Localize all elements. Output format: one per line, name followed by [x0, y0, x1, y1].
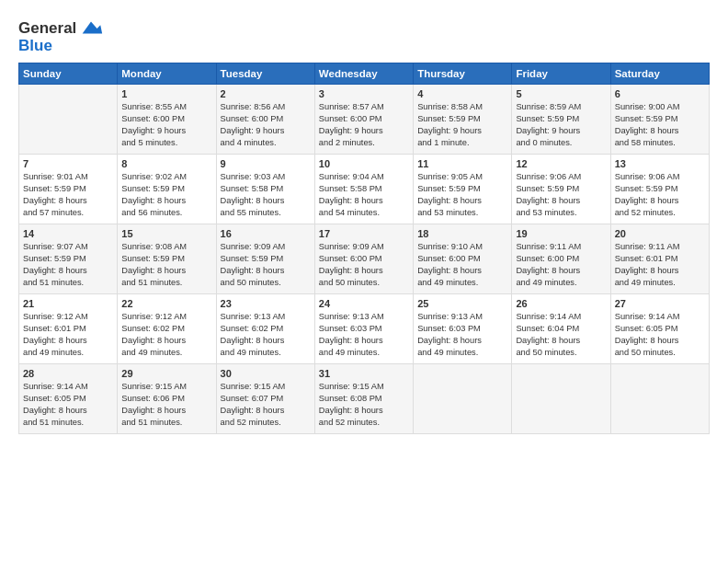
calendar-cell: 18Sunrise: 9:10 AMSunset: 6:00 PMDayligh… [414, 224, 512, 294]
header-tuesday: Tuesday [216, 63, 314, 85]
day-number: 7 [23, 158, 113, 169]
cell-info: Sunrise: 9:11 AMSunset: 6:00 PMDaylight:… [516, 241, 606, 289]
day-number: 16 [221, 228, 311, 239]
cell-info: Sunrise: 9:12 AMSunset: 6:01 PMDaylight:… [23, 311, 113, 359]
day-number: 8 [121, 158, 211, 169]
week-row-5: 28Sunrise: 9:14 AMSunset: 6:05 PMDayligh… [19, 364, 710, 434]
day-number: 19 [516, 228, 606, 239]
cell-info: Sunrise: 9:14 AMSunset: 6:04 PMDaylight:… [516, 311, 606, 359]
cell-info: Sunrise: 9:09 AMSunset: 6:00 PMDaylight:… [319, 241, 409, 289]
cell-info: Sunrise: 8:57 AMSunset: 6:00 PMDaylight:… [319, 101, 409, 149]
header: General Blue [18, 17, 710, 55]
day-number: 5 [516, 88, 606, 99]
cell-info: Sunrise: 9:04 AMSunset: 5:58 PMDaylight:… [319, 171, 409, 219]
day-number: 30 [221, 368, 311, 379]
day-number: 6 [615, 88, 705, 99]
calendar-cell [19, 85, 118, 155]
cell-info: Sunrise: 9:10 AMSunset: 6:00 PMDaylight:… [417, 241, 507, 289]
calendar-cell: 8Sunrise: 9:02 AMSunset: 5:59 PMDaylight… [118, 155, 216, 224]
cell-info: Sunrise: 9:15 AMSunset: 6:07 PMDaylight:… [221, 381, 311, 429]
calendar-cell: 1Sunrise: 8:55 AMSunset: 6:00 PMDaylight… [118, 85, 216, 155]
day-number: 27 [615, 298, 705, 309]
calendar-cell [414, 364, 512, 434]
day-number: 14 [23, 228, 113, 239]
calendar-cell: 10Sunrise: 9:04 AMSunset: 5:58 PMDayligh… [314, 155, 413, 224]
calendar-cell: 4Sunrise: 8:58 AMSunset: 5:59 PMDaylight… [414, 85, 512, 155]
calendar-cell [512, 364, 610, 434]
calendar-cell: 17Sunrise: 9:09 AMSunset: 6:00 PMDayligh… [314, 224, 413, 294]
cell-info: Sunrise: 8:58 AMSunset: 5:59 PMDaylight:… [417, 101, 507, 149]
logo: General Blue [18, 17, 104, 55]
calendar-cell: 29Sunrise: 9:15 AMSunset: 6:06 PMDayligh… [118, 364, 216, 434]
cell-info: Sunrise: 9:06 AMSunset: 5:59 PMDaylight:… [615, 171, 705, 219]
week-row-2: 7Sunrise: 9:01 AMSunset: 5:59 PMDaylight… [19, 155, 710, 224]
calendar-cell: 11Sunrise: 9:05 AMSunset: 5:59 PMDayligh… [414, 155, 512, 224]
calendar-cell: 19Sunrise: 9:11 AMSunset: 6:00 PMDayligh… [512, 224, 610, 294]
cell-info: Sunrise: 9:15 AMSunset: 6:08 PMDaylight:… [319, 381, 409, 429]
cell-info: Sunrise: 9:11 AMSunset: 6:01 PMDaylight:… [615, 241, 705, 289]
day-number: 18 [417, 228, 507, 239]
calendar-cell: 9Sunrise: 9:03 AMSunset: 5:58 PMDaylight… [216, 155, 314, 224]
calendar-cell: 20Sunrise: 9:11 AMSunset: 6:01 PMDayligh… [610, 224, 709, 294]
day-number: 4 [417, 88, 507, 99]
day-number: 20 [615, 228, 705, 239]
logo-icon [78, 15, 104, 40]
header-monday: Monday [118, 63, 216, 85]
calendar-cell: 3Sunrise: 8:57 AMSunset: 6:00 PMDaylight… [314, 85, 413, 155]
header-saturday: Saturday [610, 63, 709, 85]
calendar-cell: 16Sunrise: 9:09 AMSunset: 5:59 PMDayligh… [216, 224, 314, 294]
day-number: 21 [23, 298, 113, 309]
calendar-cell: 6Sunrise: 9:00 AMSunset: 5:59 PMDaylight… [610, 85, 709, 155]
calendar-cell: 26Sunrise: 9:14 AMSunset: 6:04 PMDayligh… [512, 294, 610, 364]
day-number: 11 [417, 158, 507, 169]
cell-info: Sunrise: 9:13 AMSunset: 6:03 PMDaylight:… [417, 311, 507, 359]
week-row-1: 1Sunrise: 8:55 AMSunset: 6:00 PMDaylight… [19, 85, 710, 155]
header-sunday: Sunday [19, 63, 118, 85]
cell-info: Sunrise: 9:05 AMSunset: 5:59 PMDaylight:… [417, 171, 507, 219]
cell-info: Sunrise: 9:12 AMSunset: 6:02 PMDaylight:… [121, 311, 211, 359]
cell-info: Sunrise: 8:59 AMSunset: 5:59 PMDaylight:… [516, 101, 606, 149]
day-number: 22 [121, 298, 211, 309]
calendar-cell: 30Sunrise: 9:15 AMSunset: 6:07 PMDayligh… [216, 364, 314, 434]
day-number: 26 [516, 298, 606, 309]
cell-info: Sunrise: 9:00 AMSunset: 5:59 PMDaylight:… [615, 101, 705, 149]
svg-marker-0 [83, 21, 102, 33]
day-number: 1 [121, 88, 211, 99]
day-number: 17 [319, 228, 409, 239]
day-number: 15 [121, 228, 211, 239]
header-thursday: Thursday [414, 63, 512, 85]
day-number: 13 [615, 158, 705, 169]
calendar-cell: 5Sunrise: 8:59 AMSunset: 5:59 PMDaylight… [512, 85, 610, 155]
cell-info: Sunrise: 9:07 AMSunset: 5:59 PMDaylight:… [23, 241, 113, 289]
calendar-header-row: SundayMondayTuesdayWednesdayThursdayFrid… [19, 63, 710, 85]
cell-info: Sunrise: 9:13 AMSunset: 6:03 PMDaylight:… [319, 311, 409, 359]
cell-info: Sunrise: 9:01 AMSunset: 5:59 PMDaylight:… [23, 171, 113, 219]
cell-info: Sunrise: 9:14 AMSunset: 6:05 PMDaylight:… [615, 311, 705, 359]
day-number: 23 [221, 298, 311, 309]
calendar-cell: 14Sunrise: 9:07 AMSunset: 5:59 PMDayligh… [19, 224, 118, 294]
day-number: 29 [121, 368, 211, 379]
calendar-cell: 31Sunrise: 9:15 AMSunset: 6:08 PMDayligh… [314, 364, 413, 434]
cell-info: Sunrise: 9:02 AMSunset: 5:59 PMDaylight:… [121, 171, 211, 219]
calendar-cell: 2Sunrise: 8:56 AMSunset: 6:00 PMDaylight… [216, 85, 314, 155]
day-number: 3 [319, 88, 409, 99]
header-friday: Friday [512, 63, 610, 85]
calendar-cell: 12Sunrise: 9:06 AMSunset: 5:59 PMDayligh… [512, 155, 610, 224]
cell-info: Sunrise: 9:09 AMSunset: 5:59 PMDaylight:… [221, 241, 311, 289]
day-number: 2 [221, 88, 311, 99]
calendar-cell: 28Sunrise: 9:14 AMSunset: 6:05 PMDayligh… [19, 364, 118, 434]
day-number: 24 [319, 298, 409, 309]
header-wednesday: Wednesday [314, 63, 413, 85]
calendar-cell: 27Sunrise: 9:14 AMSunset: 6:05 PMDayligh… [610, 294, 709, 364]
day-number: 10 [319, 158, 409, 169]
cell-info: Sunrise: 9:15 AMSunset: 6:06 PMDaylight:… [121, 381, 211, 429]
day-number: 28 [23, 368, 113, 379]
day-number: 31 [319, 368, 409, 379]
week-row-4: 21Sunrise: 9:12 AMSunset: 6:01 PMDayligh… [19, 294, 710, 364]
calendar-cell [610, 364, 709, 434]
calendar-cell: 7Sunrise: 9:01 AMSunset: 5:59 PMDaylight… [19, 155, 118, 224]
calendar-cell: 22Sunrise: 9:12 AMSunset: 6:02 PMDayligh… [118, 294, 216, 364]
week-row-3: 14Sunrise: 9:07 AMSunset: 5:59 PMDayligh… [19, 224, 710, 294]
cell-info: Sunrise: 8:56 AMSunset: 6:00 PMDaylight:… [221, 101, 311, 149]
calendar-cell: 25Sunrise: 9:13 AMSunset: 6:03 PMDayligh… [414, 294, 512, 364]
